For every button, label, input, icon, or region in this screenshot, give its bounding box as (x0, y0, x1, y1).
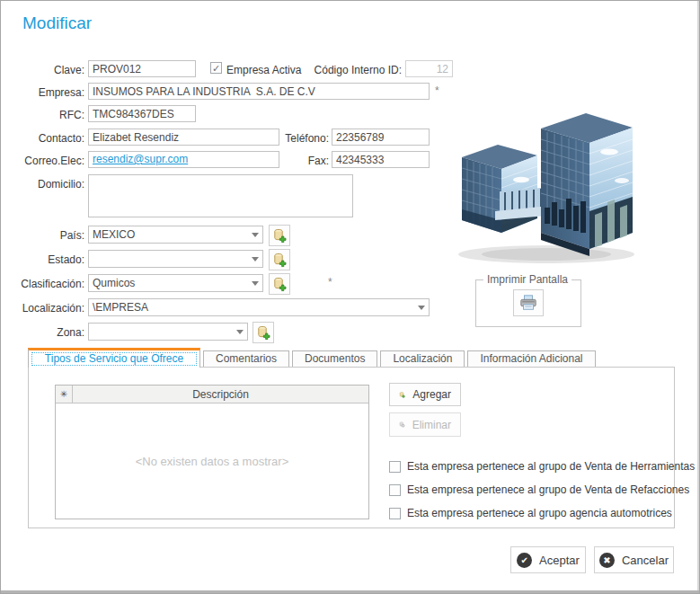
estado-label: Estado: (1, 253, 84, 267)
telefono-label: Teléfono: (253, 131, 329, 146)
venta-refacciones-checkbox[interactable] (389, 484, 401, 496)
group-checkbox-row[interactable]: Esta empresa pertenece al grupo de Venta… (389, 483, 689, 496)
clasificacion-required-mark: * (328, 276, 332, 288)
empresa-label: Empresa: (1, 85, 84, 100)
imprimir-pantalla-legend: Imprimir Pantalla (483, 273, 572, 286)
empresa-activa-checkbox[interactable]: ✓ (210, 62, 222, 74)
tab-tipos-de-servicio[interactable]: Tipos de Servicio que Ofrece (28, 348, 200, 368)
email-link[interactable]: resendiz@supr.com (93, 152, 188, 167)
clave-input[interactable] (88, 60, 196, 77)
telefono-input[interactable] (332, 129, 430, 146)
add-zona-button[interactable] (253, 322, 274, 343)
pais-dropdown[interactable]: MEXICO (88, 226, 263, 244)
add-pais-button[interactable] (269, 225, 290, 246)
imprimir-pantalla-group: Imprimir Pantalla (475, 273, 581, 327)
empresa-input[interactable] (88, 83, 430, 100)
x-circle-icon: ✖ (599, 553, 615, 568)
fax-input[interactable] (332, 151, 430, 168)
codigo-interno-input (405, 60, 453, 77)
empresa-required-mark: * (435, 84, 439, 97)
database-plus-icon (272, 253, 288, 268)
cancelar-button[interactable]: ✖ Cancelar (594, 546, 674, 573)
grid-empty-message: <No existen datos a mostrar> (56, 403, 368, 519)
tab-localizacion[interactable]: Localización (380, 350, 465, 368)
clave-label: Clave: (1, 63, 84, 77)
venta-herramientas-label: Esta empresa pertenece al grupo de Venta… (407, 460, 695, 473)
agencia-automotrices-label: Esta empresa pertenece al grupo agencia … (407, 507, 672, 519)
empresa-activa-label: Empresa Activa (226, 63, 301, 77)
estado-dropdown[interactable] (88, 250, 263, 268)
zona-dropdown[interactable] (88, 323, 248, 341)
chevron-down-icon (252, 257, 259, 262)
add-estado-button[interactable] (269, 249, 290, 270)
grid-new-row-marker-icon: ✳ (56, 386, 73, 403)
chevron-down-icon (236, 330, 244, 334)
domicilio-textarea[interactable] (88, 174, 353, 217)
office-buildings-image (455, 96, 639, 267)
print-screen-button[interactable] (513, 289, 544, 316)
services-grid[interactable]: ✳ Descripción <No existen datos a mostra… (55, 385, 369, 519)
printer-icon (519, 294, 537, 312)
tab-comentarios[interactable]: Comentarios (203, 350, 289, 368)
localizacion-label: Localización: (1, 301, 84, 315)
contacto-label: Contacto: (1, 131, 84, 146)
database-plus-icon (272, 277, 288, 292)
agregar-button[interactable]: Agregar (389, 383, 461, 406)
contacto-input[interactable] (88, 129, 279, 146)
aceptar-label: Aceptar (539, 554, 580, 567)
localizacion-value: \EMPRESA (93, 301, 414, 314)
check-circle-icon: ✔ (517, 553, 532, 568)
eliminar-button[interactable]: Eliminar (389, 412, 461, 437)
fax-label: Fax: (253, 154, 329, 168)
cancelar-label: Cancelar (622, 554, 669, 567)
aceptar-button[interactable]: ✔ Aceptar (510, 546, 586, 573)
tab-documentos[interactable]: Documentos (292, 350, 377, 368)
rfc-label: RFC: (1, 108, 84, 122)
chevron-down-icon (418, 306, 425, 310)
venta-refacciones-label: Esta empresa pertenece al grupo de Venta… (407, 483, 689, 496)
codigo-interno-label: Código Interno ID: (297, 63, 402, 77)
modificar-dialog: Modificar Clave: ✓ Empresa Activa Código… (0, 0, 700, 594)
pais-label: País: (1, 228, 84, 243)
grid-descripcion-header[interactable]: Descripción (73, 386, 368, 403)
database-plus-icon (256, 325, 271, 341)
clasificacion-value: Qumicos (93, 277, 248, 289)
agencia-automotrices-checkbox[interactable] (389, 508, 401, 519)
grid-header-row: ✳ Descripción (56, 386, 368, 403)
correo-label: Correo.Elec: (1, 154, 84, 168)
group-checkbox-row[interactable]: Esta empresa pertenece al grupo de Venta… (389, 460, 695, 473)
correo-input[interactable]: resendiz@supr.com (88, 151, 279, 168)
database-plus-icon (399, 387, 405, 403)
zona-label: Zona: (1, 325, 84, 340)
eliminar-label: Eliminar (412, 419, 451, 431)
tab-strip: Tipos de Servicio que Ofrece Comentarios… (28, 348, 596, 368)
clasificacion-label: Clasificación: (1, 277, 84, 291)
clasificacion-dropdown[interactable]: Qumicos (88, 274, 263, 292)
chevron-down-icon (252, 281, 259, 286)
agregar-label: Agregar (412, 388, 451, 401)
venta-herramientas-checkbox[interactable] (389, 461, 401, 473)
pais-value: MEXICO (93, 228, 248, 241)
group-checkbox-row[interactable]: Esta empresa pertenece al grupo agencia … (389, 507, 672, 519)
domicilio-label: Domicilio: (1, 177, 84, 191)
page-title: Modificar (22, 13, 92, 33)
add-clasificacion-button[interactable] (269, 273, 290, 295)
rfc-input[interactable] (88, 105, 196, 122)
localizacion-dropdown[interactable]: \EMPRESA (88, 298, 430, 316)
database-x-icon (399, 417, 405, 432)
tab-informacion-adicional[interactable]: Información Adicional (467, 350, 595, 368)
database-plus-icon (272, 228, 288, 244)
chevron-down-icon (252, 233, 259, 237)
